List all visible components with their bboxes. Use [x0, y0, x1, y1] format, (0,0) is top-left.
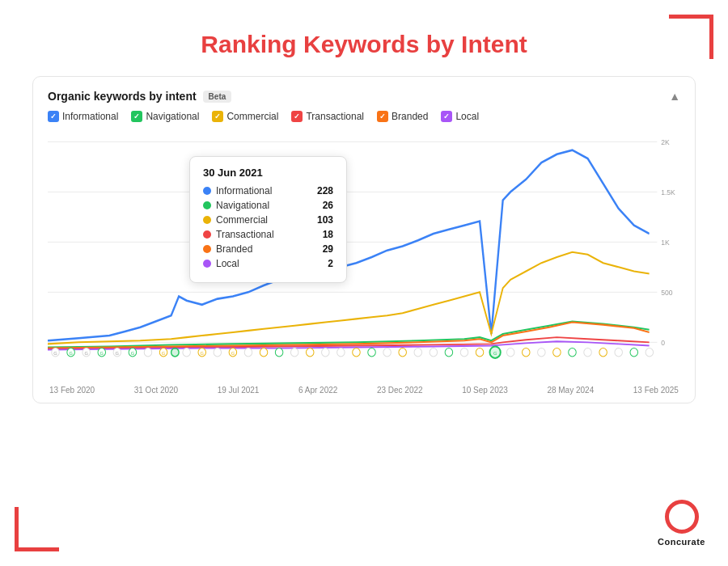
- svg-point-20: [183, 348, 191, 357]
- svg-text:2K: 2K: [661, 138, 670, 146]
- x-axis: 13 Feb 2020 31 Oct 2020 19 Jul 2021 6 Ap…: [48, 386, 680, 395]
- svg-text:G: G: [201, 351, 205, 356]
- tooltip-value-navigational: 26: [323, 200, 333, 211]
- tooltip-date: 30 Jun 2021: [203, 167, 333, 179]
- concurate-circle: [665, 500, 699, 534]
- svg-point-38: [460, 348, 468, 357]
- x-label-3: 6 Apr 2022: [298, 386, 337, 395]
- concurate-logo: Concurate: [658, 500, 705, 547]
- card-header-title: Organic keywords by intent: [48, 90, 197, 103]
- x-label-4: 23 Dec 2022: [377, 386, 423, 395]
- svg-rect-0: [48, 133, 650, 367]
- tooltip-label-commercial: Commercial: [216, 214, 268, 226]
- tooltip-value-local: 2: [328, 258, 333, 269]
- svg-point-22: [214, 348, 222, 357]
- svg-text:500: 500: [661, 289, 672, 297]
- legend-item-navigational[interactable]: ✓ Navigational: [131, 111, 199, 122]
- legend-item-local[interactable]: ✓ Local: [441, 111, 479, 122]
- legend-label-transactional: Transactional: [306, 111, 364, 122]
- tooltip-row-navigational: Navigational 26: [203, 200, 333, 211]
- x-label-7: 13 Feb 2025: [633, 386, 679, 395]
- tooltip-label-navigational: Navigational: [216, 200, 269, 211]
- svg-point-26: [275, 348, 283, 357]
- svg-text:G: G: [231, 351, 235, 356]
- tooltip-value-informational: 228: [317, 185, 333, 196]
- chart-svg: 2K 1.5K 1K 500 0: [48, 133, 680, 384]
- svg-text:G: G: [53, 351, 57, 356]
- svg-point-34: [399, 348, 407, 357]
- chart-container[interactable]: 2K 1.5K 1K 500 0: [48, 133, 680, 384]
- x-label-2: 19 Jul 2021: [218, 386, 260, 395]
- svg-text:G: G: [493, 351, 497, 356]
- legend-check-navigational: ✓: [131, 111, 142, 122]
- tooltip-label-transactional: Transactional: [216, 229, 274, 240]
- tooltip-dot-branded: [203, 245, 211, 253]
- svg-point-35: [414, 348, 422, 357]
- corner-decoration-bottom-left: [15, 507, 59, 551]
- tooltip-dot-commercial: [203, 216, 211, 224]
- svg-point-43: [538, 348, 546, 357]
- svg-point-17: [144, 348, 152, 357]
- x-label-1: 31 Oct 2020: [134, 386, 178, 395]
- legend-label-local: Local: [455, 111, 479, 122]
- svg-text:G: G: [100, 351, 104, 356]
- legend-item-branded[interactable]: ✓ Branded: [377, 111, 428, 122]
- svg-point-42: [523, 348, 531, 357]
- page-title: Ranking Keywords by Intent: [0, 31, 728, 58]
- x-label-5: 10 Sep 2023: [462, 386, 508, 395]
- svg-point-30: [337, 348, 345, 357]
- title-text-red: Intent: [461, 31, 527, 57]
- svg-text:G: G: [84, 351, 88, 356]
- svg-point-28: [306, 348, 314, 357]
- svg-text:0: 0: [661, 339, 665, 347]
- beta-badge: Beta: [203, 91, 232, 103]
- tooltip-dot-local: [203, 260, 211, 268]
- legend: ✓ Informational ✓ Navigational ✓ Commerc…: [48, 111, 680, 122]
- svg-text:G: G: [162, 351, 166, 356]
- legend-label-informational: Informational: [62, 111, 118, 122]
- svg-point-41: [506, 348, 514, 357]
- legend-item-informational[interactable]: ✓ Informational: [48, 111, 118, 122]
- main-card: Organic keywords by intent Beta ▲ ✓ Info…: [32, 76, 696, 403]
- legend-label-navigational: Navigational: [146, 111, 199, 122]
- svg-point-33: [383, 348, 392, 357]
- svg-point-49: [630, 348, 638, 357]
- svg-point-39: [476, 348, 484, 357]
- legend-label-commercial: Commercial: [226, 111, 278, 122]
- corner-decoration-top-right: [669, 15, 713, 59]
- svg-point-47: [599, 348, 607, 357]
- svg-point-48: [615, 348, 623, 357]
- legend-check-commercial: ✓: [212, 111, 223, 122]
- legend-check-transactional: ✓: [291, 111, 303, 122]
- svg-point-50: [645, 348, 654, 357]
- chart-tooltip: 30 Jun 2021 Informational 228 Navigation…: [189, 156, 347, 283]
- title-text-black: Ranking Keywords by: [201, 31, 454, 57]
- concurate-text: Concurate: [658, 537, 705, 547]
- legend-check-local: ✓: [441, 111, 452, 122]
- svg-point-44: [553, 348, 561, 357]
- x-label-0: 13 Feb 2020: [49, 386, 95, 395]
- legend-label-branded: Branded: [392, 111, 428, 122]
- tooltip-row-commercial: Commercial 103: [203, 214, 333, 226]
- tooltip-value-transactional: 18: [323, 229, 333, 240]
- svg-point-45: [569, 348, 577, 357]
- legend-check-informational: ✓: [48, 111, 59, 122]
- svg-point-32: [368, 348, 376, 357]
- tooltip-label-branded: Branded: [216, 243, 252, 255]
- svg-point-25: [260, 348, 268, 357]
- svg-text:G: G: [69, 351, 73, 356]
- legend-item-transactional[interactable]: ✓ Transactional: [291, 111, 364, 122]
- svg-text:G: G: [131, 351, 135, 356]
- chevron-up-icon[interactable]: ▲: [669, 90, 680, 103]
- tooltip-row-transactional: Transactional 18: [203, 229, 333, 240]
- svg-text:G: G: [116, 351, 120, 356]
- svg-point-29: [322, 348, 330, 357]
- legend-item-commercial[interactable]: ✓ Commercial: [212, 111, 278, 122]
- tooltip-dot-navigational: [203, 201, 211, 209]
- card-header: Organic keywords by intent Beta ▲: [48, 90, 680, 103]
- svg-point-19: [171, 348, 180, 357]
- tooltip-dot-transactional: [203, 230, 211, 239]
- svg-point-37: [445, 348, 453, 357]
- tooltip-label-informational: Informational: [216, 185, 272, 196]
- tooltip-row-informational: Informational 228: [203, 185, 333, 196]
